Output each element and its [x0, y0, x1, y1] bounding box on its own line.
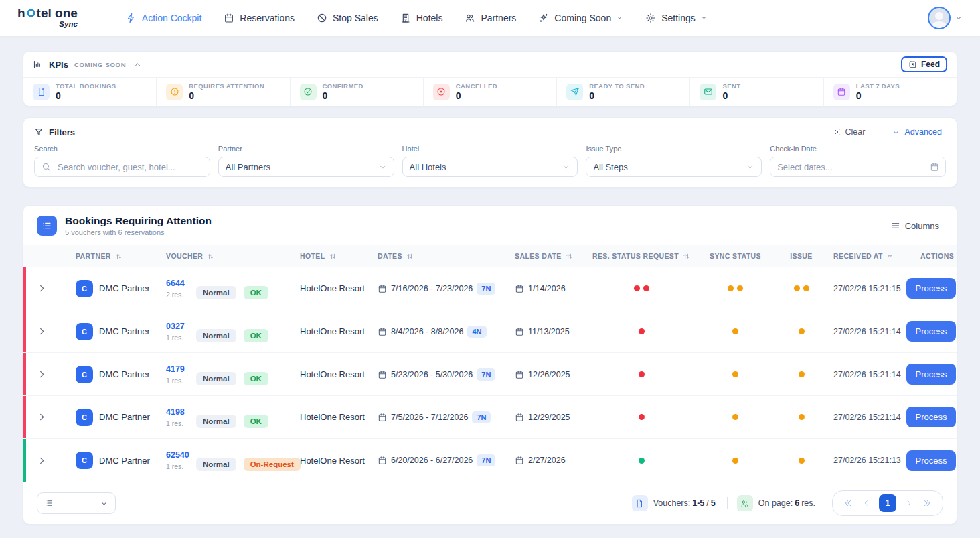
partner-name: DMC Partner [99, 283, 150, 293]
funnel-icon [34, 127, 44, 137]
voucher-link[interactable]: 0327 [166, 322, 189, 331]
bar-chart-icon [33, 60, 43, 70]
nav-item-stop-sales[interactable]: Stop Sales [317, 13, 378, 23]
table-header-row: PARTNERVOUCHERHOTELDATESSALES DATERES. S… [23, 245, 957, 267]
account-menu[interactable] [928, 7, 963, 29]
issue-type-select[interactable]: All Steps [586, 157, 762, 177]
column-header-res-status-request[interactable]: RES. STATUS REQUEST [590, 252, 693, 261]
column-header-hotel[interactable]: HOTEL [300, 252, 374, 261]
expand-row-button[interactable] [34, 366, 50, 382]
prev-page-button[interactable] [858, 498, 874, 509]
users-icon [465, 13, 475, 23]
table-row-voucher-4198[interactable]: CDMC Partner41981 res.NormalOKHotelOne R… [23, 396, 957, 439]
expand-row-button[interactable] [34, 324, 50, 339]
voucher-link[interactable]: 4179 [166, 364, 189, 374]
type-badge: Normal [196, 372, 236, 385]
status-dot [732, 458, 738, 464]
nav-item-hotels[interactable]: Hotels [400, 13, 443, 23]
received-at: 27/02/26 15:21:13 [833, 456, 901, 465]
filters-header: Filters Clear Advanced [34, 127, 946, 137]
hotel-name: HotelOne Resort [300, 412, 365, 422]
search-input[interactable] [56, 161, 203, 173]
brand-logo[interactable]: htel one Sync [17, 7, 78, 29]
x-circle-icon [433, 84, 450, 100]
nav-item-reservations[interactable]: Reservations [224, 13, 295, 23]
status-badge: OK [244, 286, 268, 299]
feed-button[interactable]: Feed [901, 56, 947, 72]
sort-icon [406, 252, 414, 261]
send-icon [566, 84, 583, 100]
column-header-partner[interactable]: PARTNER [76, 252, 166, 261]
hotel-select[interactable]: All Hotels [402, 157, 578, 177]
column-header-dates[interactable]: DATES [374, 252, 504, 261]
advanced-filters-button[interactable]: Advanced [888, 127, 946, 137]
nav-item-action-cockpit[interactable]: Action Cockpit [126, 13, 201, 23]
table-row-voucher-6644[interactable]: CDMC Partner66442 res.NormalOKHotelOne R… [23, 267, 957, 310]
search-box[interactable] [34, 157, 210, 177]
filters-panel: Filters Clear Advanced Search [23, 117, 957, 188]
chevron-right-icon [37, 326, 47, 336]
sort-icon [206, 252, 215, 261]
nav-item-coming-soon[interactable]: Coming Soon [538, 13, 623, 23]
voucher-link[interactable]: 6644 [166, 279, 189, 288]
columns-button[interactable]: Columns [887, 220, 943, 232]
sync-status-cell [693, 414, 777, 420]
clear-filters-button[interactable]: Clear [829, 127, 870, 137]
expand-row-button[interactable] [34, 281, 50, 296]
expand-row-button[interactable] [34, 453, 50, 468]
filters-title: Filters [49, 127, 75, 137]
chevron-left-icon [862, 499, 870, 507]
checkin-date-field: Check-in Date [770, 145, 946, 177]
kpi-value: 0 [456, 90, 497, 101]
process-button[interactable]: Process [906, 364, 957, 385]
sort-icon [565, 252, 574, 261]
process-button[interactable]: Process [906, 278, 957, 299]
issue-cell [777, 458, 825, 464]
table-row-voucher-62540[interactable]: CDMC Partner625401 res.NormalOn-RequestH… [23, 439, 957, 482]
chevron-down-icon [562, 163, 570, 172]
nav-label: Reservations [240, 13, 295, 23]
first-page-button[interactable] [839, 497, 857, 509]
nights-badge: 7N [477, 454, 495, 466]
type-badge: Normal [196, 415, 236, 428]
nav-item-settings[interactable]: Settings [645, 13, 708, 23]
column-header-voucher[interactable]: VOUCHER [166, 252, 300, 261]
issue-type-field: Issue Type All Steps [586, 145, 762, 177]
kpi-value: 0 [589, 90, 645, 101]
voucher-link[interactable]: 62540 [166, 450, 189, 460]
kpi-collapse-button[interactable] [132, 59, 143, 70]
column-header-sales-date[interactable]: SALES DATE [504, 252, 590, 261]
column-header-received-at[interactable]: RECEIVED AT [825, 252, 906, 260]
checkin-date-box[interactable] [770, 157, 946, 177]
checkin-date-input[interactable] [770, 162, 924, 172]
calendar-icon [224, 13, 234, 23]
process-button[interactable]: Process [906, 407, 957, 427]
bookings-subtitle: 5 vouchers with 6 reservations [65, 228, 212, 237]
partner-select[interactable]: All Partners [218, 157, 394, 177]
process-button[interactable]: Process [906, 321, 957, 342]
calendar-icon [833, 84, 850, 100]
bookings-titles: Bookings Requiring Attention 5 vouchers … [65, 215, 212, 237]
expand-row-button[interactable] [34, 409, 50, 425]
process-button[interactable]: Process [906, 450, 957, 471]
column-header-sync-status: SYNC STATUS [693, 252, 777, 260]
partner-name: DMC Partner [99, 412, 150, 422]
voucher-link[interactable]: 4198 [166, 407, 189, 417]
current-page[interactable]: 1 [879, 494, 896, 512]
close-icon [833, 128, 841, 136]
last-page-button[interactable] [918, 497, 936, 509]
avatar[interactable] [928, 7, 951, 29]
next-page-button[interactable] [901, 498, 917, 509]
partner-avatar: C [76, 452, 93, 469]
issue-cell [777, 328, 825, 334]
table-row-voucher-0327[interactable]: CDMC Partner03271 res.NormalOKHotelOne R… [23, 310, 957, 353]
divider [727, 497, 728, 509]
page-size-select[interactable] [37, 492, 116, 514]
status-badge: OK [244, 329, 268, 342]
nav-item-partners[interactable]: Partners [465, 13, 516, 23]
calendar-picker-button[interactable] [924, 157, 945, 176]
date-range: 7/16/2026 - 7/23/2026 [391, 284, 473, 293]
type-badge: Normal [196, 458, 236, 471]
status-badge: OK [244, 372, 268, 385]
table-row-voucher-4179[interactable]: CDMC Partner41791 res.NormalOKHotelOne R… [23, 353, 957, 396]
